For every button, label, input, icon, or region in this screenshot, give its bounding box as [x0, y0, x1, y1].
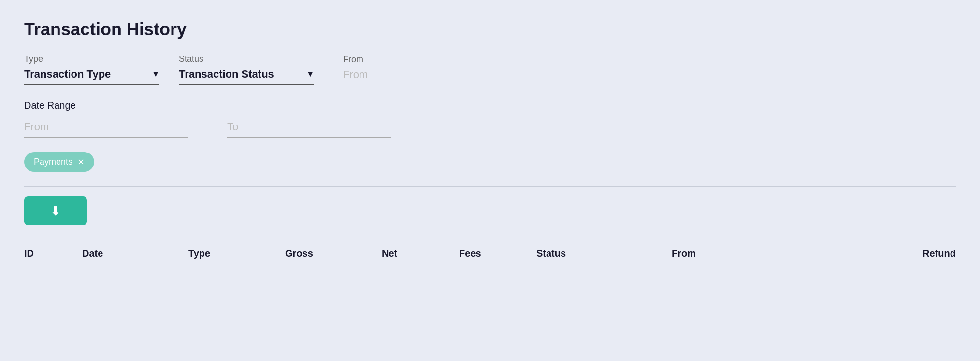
status-filter-group: Status Transaction Status ▼ — [179, 54, 314, 85]
date-inputs-row — [24, 121, 956, 138]
download-button[interactable]: ⬇ — [24, 196, 87, 225]
transaction-status-value: Transaction Status — [179, 68, 274, 81]
col-header-id: ID — [24, 248, 82, 259]
date-from-input[interactable] — [24, 121, 188, 138]
from-filter-group: From — [343, 55, 956, 85]
transaction-type-value: Transaction Type — [24, 68, 111, 81]
date-to-group — [227, 121, 391, 138]
col-header-status: Status — [536, 248, 672, 259]
status-dropdown-arrow-icon: ▼ — [306, 70, 314, 79]
type-dropdown-arrow-icon: ▼ — [152, 70, 159, 79]
col-header-refund: Refund — [859, 248, 956, 259]
type-filter-label: Type — [24, 54, 159, 64]
date-range-label: Date Range — [24, 100, 956, 111]
transaction-status-dropdown[interactable]: Transaction Status ▼ — [179, 68, 314, 85]
payments-tag-remove-button[interactable]: ✕ — [77, 158, 85, 167]
date-range-section: Date Range — [24, 100, 956, 138]
tags-row: Payments ✕ — [24, 152, 956, 172]
type-filter-group: Type Transaction Type ▼ — [24, 54, 159, 85]
status-filter-label: Status — [179, 54, 314, 64]
from-filter-label: From — [343, 55, 956, 65]
col-header-date: Date — [82, 248, 188, 259]
payments-tag-label: Payments — [34, 157, 72, 167]
from-input[interactable] — [343, 69, 956, 81]
col-header-gross: Gross — [285, 248, 382, 259]
table-header: ID Date Type Gross Net Fees Status From … — [24, 240, 956, 267]
date-to-input[interactable] — [227, 121, 391, 138]
date-from-group — [24, 121, 188, 138]
from-input-wrapper — [343, 69, 956, 85]
col-header-fees: Fees — [459, 248, 536, 259]
col-header-net: Net — [382, 248, 459, 259]
col-header-from: From — [672, 248, 859, 259]
transaction-type-dropdown[interactable]: Transaction Type ▼ — [24, 68, 159, 85]
divider — [24, 186, 956, 187]
page-container: Transaction History Type Transaction Typ… — [0, 0, 980, 361]
page-title: Transaction History — [24, 19, 956, 40]
download-icon: ⬇ — [50, 204, 61, 219]
filters-row: Type Transaction Type ▼ Status Transacti… — [24, 54, 956, 85]
col-header-type: Type — [188, 248, 285, 259]
payments-tag: Payments ✕ — [24, 152, 94, 172]
